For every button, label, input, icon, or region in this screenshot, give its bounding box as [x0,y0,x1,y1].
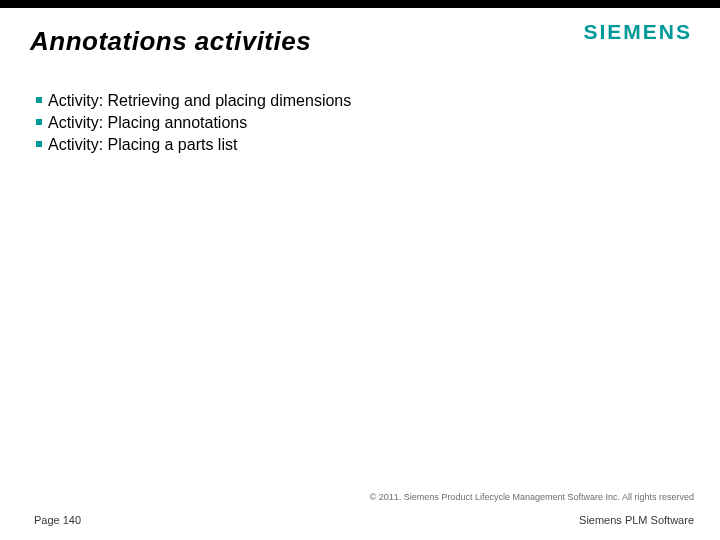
brand-logo: SIEMENS [583,20,692,44]
list-item-label: Activity: Placing annotations [48,112,247,134]
page-title: Annotations activities [30,26,311,57]
list-item: Activity: Placing annotations [36,112,684,134]
page-number: Page 140 [34,514,81,526]
list-item: Activity: Retrieving and placing dimensi… [36,90,684,112]
list-item-label: Activity: Placing a parts list [48,134,237,156]
list-item: Activity: Placing a parts list [36,134,684,156]
copyright-text: © 2011. Siemens Product Lifecycle Manage… [370,492,694,502]
slide: Annotations activities SIEMENS Activity:… [0,0,720,540]
bullet-icon [36,97,42,103]
bullet-icon [36,141,42,147]
footer-brand: Siemens PLM Software [579,514,694,526]
content-area: Activity: Retrieving and placing dimensi… [36,90,684,156]
bullet-icon [36,119,42,125]
list-item-label: Activity: Retrieving and placing dimensi… [48,90,351,112]
top-bar [0,0,720,8]
